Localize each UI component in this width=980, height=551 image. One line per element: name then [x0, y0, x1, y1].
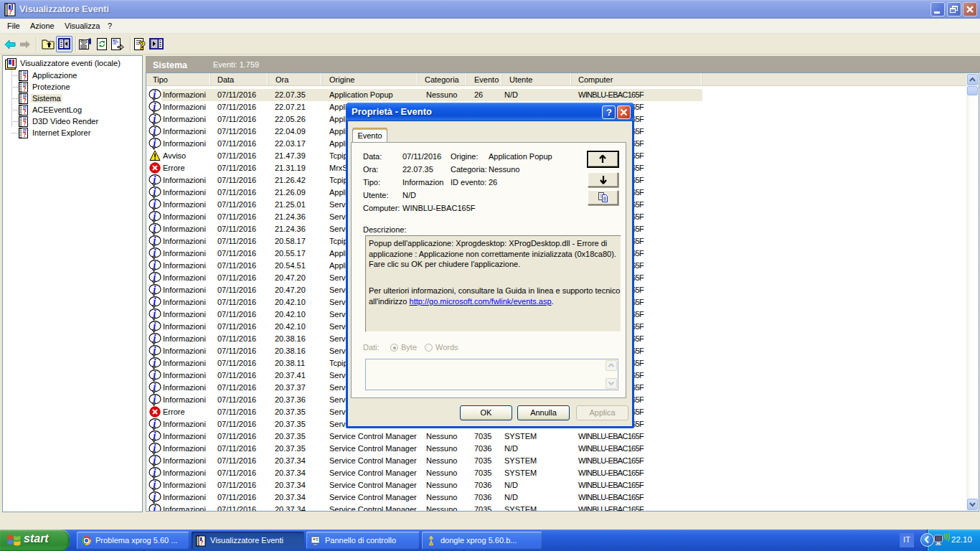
svg-text:?: ?	[9, 8, 12, 16]
svg-text:?: ?	[23, 97, 27, 104]
svg-text:?: ?	[23, 85, 27, 93]
svg-text:?: ?	[23, 131, 27, 138]
svg-text:?: ?	[200, 539, 204, 546]
svg-text:?: ?	[139, 39, 146, 51]
svg-text:?: ?	[23, 74, 27, 81]
svg-text:?: ?	[23, 108, 27, 116]
svg-text:?: ?	[23, 120, 27, 127]
